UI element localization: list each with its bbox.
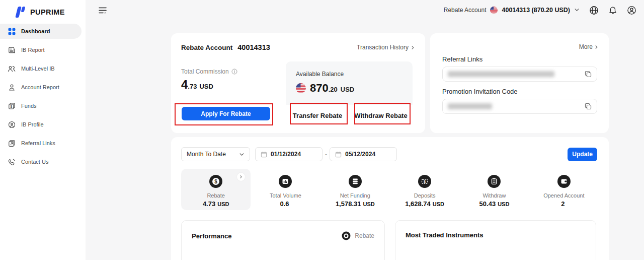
profile-circle-icon bbox=[8, 120, 16, 128]
banknote-icon: $ bbox=[418, 174, 432, 188]
sidebar-item-contact-us[interactable]: Contact Us bbox=[0, 154, 82, 169]
most-traded-instruments-panel: Most Traded Instruments bbox=[395, 220, 596, 260]
user-avatar-icon[interactable] bbox=[627, 6, 636, 15]
sidebar-item-ib-profile[interactable]: IB Profile bbox=[0, 117, 82, 132]
performance-title: Performance bbox=[192, 232, 231, 240]
rebate-account-card: Rebate Account 40014313 Transaction Hist… bbox=[171, 33, 425, 133]
account-selector-label: Rebate Account bbox=[444, 7, 487, 14]
clipboard-icon bbox=[487, 174, 501, 188]
instruments-title: Most Traded Instruments bbox=[406, 231, 484, 239]
rebate-dollar-icon: $ bbox=[209, 174, 223, 188]
sidebar-item-label: Contact Us bbox=[21, 159, 48, 165]
date-to-input[interactable]: 05/12/2024 bbox=[330, 147, 397, 161]
link-icon bbox=[8, 139, 16, 147]
withdraw-rebate-button[interactable]: Withdraw Rebate bbox=[349, 105, 413, 126]
svg-text:$: $ bbox=[10, 104, 12, 108]
available-balance-value: 870.20USD bbox=[296, 82, 354, 95]
svg-text:$: $ bbox=[424, 180, 426, 184]
stat-tile-opened-account[interactable]: Opened Account 2 bbox=[529, 169, 599, 210]
topbar: Rebate Account 40014313 (870.20 USD) bbox=[86, 0, 644, 20]
date-from-input[interactable]: 01/12/2024 bbox=[255, 147, 323, 161]
sidebar-item-label: Funds bbox=[21, 103, 37, 109]
filter-row: Month To Date 01/12/2024 - 05/12/2024 Up… bbox=[181, 147, 597, 161]
referral-links-label: Referral Links bbox=[442, 55, 482, 63]
phone-icon bbox=[8, 158, 16, 166]
period-select[interactable]: Month To Date bbox=[181, 147, 250, 161]
sidebar: PUPRIME Dashboard IB Report Multi-Level … bbox=[0, 0, 86, 260]
referral-link-field[interactable] bbox=[442, 67, 597, 82]
sidebar-item-multi-level-ib[interactable]: Multi-Level IB bbox=[0, 61, 82, 76]
transaction-history-link[interactable]: Transaction History bbox=[357, 44, 415, 51]
rebate-card-header: Rebate Account 40014313 Transaction Hist… bbox=[181, 43, 415, 51]
chevron-right-icon bbox=[594, 45, 599, 49]
people-icon bbox=[8, 64, 16, 73]
rebate-account-title: Rebate Account bbox=[181, 44, 232, 51]
statistics-card: Month To Date 01/12/2024 - 05/12/2024 Up… bbox=[171, 137, 609, 260]
person-icon bbox=[8, 83, 16, 91]
sidebar-item-label: IB Profile bbox=[21, 121, 44, 127]
legend-dot-icon bbox=[342, 231, 351, 240]
redacted-promotion-code bbox=[448, 103, 492, 109]
sidebar-item-account-report[interactable]: Account Report bbox=[0, 80, 82, 95]
report-document-icon bbox=[8, 46, 16, 54]
sidebar-item-label: Account Report bbox=[21, 84, 59, 90]
brand-logo-icon bbox=[14, 6, 26, 19]
redacted-referral-link bbox=[448, 71, 554, 77]
wallet-icon bbox=[557, 174, 571, 188]
copy-icon[interactable] bbox=[585, 103, 592, 110]
coins-icon bbox=[348, 174, 362, 188]
stat-tile-rebate[interactable]: $ Rebate 4.73USD bbox=[181, 169, 251, 210]
stat-tile-withdraw[interactable]: Withdraw 50.43USD bbox=[459, 169, 529, 210]
calendar-icon bbox=[335, 151, 342, 158]
chevron-down-icon bbox=[239, 152, 245, 157]
sidebar-item-label: Dashboard bbox=[21, 28, 50, 34]
update-button[interactable]: Update bbox=[568, 148, 597, 161]
account-selector-value: 40014313 (870.20 USD) bbox=[502, 7, 570, 14]
svg-text:$: $ bbox=[214, 179, 217, 184]
apply-for-rebate-button[interactable]: Apply For Rebate bbox=[182, 107, 270, 120]
dashboard-grid-icon bbox=[8, 27, 16, 35]
rebate-account-number: 40014313 bbox=[237, 43, 270, 51]
performance-panel: Performance Rebate bbox=[181, 220, 385, 260]
balance-actions: Transfer Rebate Withdraw Rebate bbox=[286, 105, 413, 126]
sidebar-nav: Dashboard IB Report Multi-Level IB Accou… bbox=[0, 24, 86, 169]
brand-name: PUPRIME bbox=[30, 8, 65, 16]
copy-icon[interactable] bbox=[585, 71, 592, 78]
stat-tile-net-funding[interactable]: Net Funding 1,578.31USD bbox=[320, 169, 390, 210]
available-balance-box: Available Balance 870.20USD Transfer Reb… bbox=[286, 61, 413, 126]
sidebar-item-label: Referral Links bbox=[21, 140, 55, 146]
collapse-menu-icon[interactable] bbox=[98, 6, 107, 15]
sidebar-item-referral-links[interactable]: Referral Links bbox=[0, 136, 82, 151]
funds-icon: $ bbox=[8, 102, 16, 110]
date-range-separator: - bbox=[325, 151, 327, 158]
performance-legend: Rebate bbox=[342, 231, 374, 240]
sidebar-item-label: IB Report bbox=[21, 47, 44, 53]
stat-tile-deposits[interactable]: $ Deposits 1,628.74USD bbox=[390, 169, 459, 210]
promotion-code-field[interactable] bbox=[442, 99, 597, 114]
sidebar-item-ib-report[interactable]: IB Report bbox=[0, 42, 82, 57]
transfer-rebate-button[interactable]: Transfer Rebate bbox=[286, 105, 349, 126]
topbar-actions: Rebate Account 40014313 (870.20 USD) bbox=[444, 6, 644, 15]
total-commission-label: Total Commission bbox=[181, 68, 237, 75]
sidebar-item-label: Multi-Level IB bbox=[21, 66, 55, 72]
sidebar-item-funds[interactable]: $ Funds bbox=[0, 98, 82, 113]
total-commission-value: 4.73USD bbox=[181, 78, 213, 92]
promotion-code-label: Promotion Invitation Code bbox=[442, 88, 518, 95]
bar-chart-icon bbox=[278, 174, 292, 188]
chevron-down-icon bbox=[574, 6, 580, 15]
brand-logo: PUPRIME bbox=[0, 0, 86, 19]
sidebar-item-dashboard[interactable]: Dashboard bbox=[0, 24, 82, 39]
us-flag-icon bbox=[490, 7, 498, 14]
instruments-panel-header: Most Traded Instruments bbox=[395, 221, 596, 239]
calendar-icon bbox=[261, 151, 267, 158]
stats-row: $ Rebate 4.73USD Total Volume 0.6 Net Fu… bbox=[181, 169, 599, 210]
globe-icon[interactable] bbox=[589, 6, 599, 15]
more-link[interactable]: More bbox=[579, 43, 599, 50]
chevron-right-icon bbox=[237, 173, 245, 181]
account-selector[interactable]: Rebate Account 40014313 (870.20 USD) bbox=[444, 6, 580, 15]
info-icon bbox=[231, 69, 237, 75]
available-balance-label: Available Balance bbox=[296, 71, 344, 78]
bell-icon[interactable] bbox=[608, 6, 617, 15]
performance-panel-header: Performance Rebate bbox=[182, 221, 384, 240]
stat-tile-total-volume[interactable]: Total Volume 0.6 bbox=[251, 169, 320, 210]
